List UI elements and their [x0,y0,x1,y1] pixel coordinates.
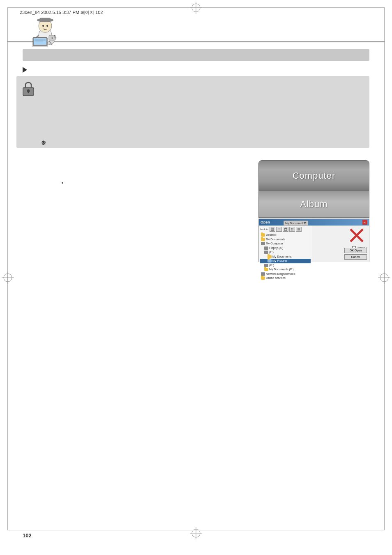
svg-text:1: 1 [51,36,53,40]
crosshair-right-mid [378,272,390,284]
note-box [16,76,369,148]
folder-item-desktop[interactable]: Desktop [260,233,311,237]
svg-point-22 [46,25,48,27]
dialog-close-button[interactable]: × [362,220,367,225]
album-label-text: Album [300,199,327,210]
drive-icon-floppy [264,246,268,250]
ui-screenshot-area: Computer Album Open × Look in: My Docume… [258,160,369,262]
note-asterisk: ※ [41,140,46,146]
computer-label-box: Computer [258,160,369,191]
folder-icon-mydocs-f [264,268,268,271]
ok-button[interactable]: OK Open [344,248,367,253]
svg-rect-42 [293,228,294,229]
folder-item-network[interactable]: Network Neighborhood [260,272,311,276]
dialog-title-bar: Open × [259,219,369,226]
page-number: 102 [23,532,32,539]
folder-icon-mydocs2 [267,255,272,258]
page-border-right [384,7,385,530]
dialog-screenshot: Open × Look in: My Documents (F:) [258,219,369,262]
toolbar-btn-3[interactable] [283,227,288,232]
cancel-button[interactable]: Cancel [344,254,367,260]
svg-rect-41 [291,228,292,229]
svg-text:3: 3 [54,35,55,38]
toolbar-btn-2[interactable] [276,227,282,232]
triangle-bullet [23,67,27,73]
dialog-toolbar: Look in: My Documents (F:) [260,227,311,232]
dialog-right-panel: Preview OK Open Cancel [312,226,369,262]
lookup-dropdown-icon[interactable] [303,222,307,225]
toolbar-btn-1[interactable] [270,227,275,232]
note-dot [62,182,63,184]
x-mark-icon [348,227,365,244]
folder-item-mycomputer[interactable]: My Computer [260,242,311,246]
page-border-left [7,7,8,530]
drive-icon-network [261,272,265,276]
folder-item-mypictures[interactable]: My Pictures [260,259,311,263]
folder-item-mydocs[interactable]: My Documents [260,237,311,242]
character-illustration: 1 3 [23,12,72,48]
folder-item-fdrive[interactable]: (F:) [260,250,311,255]
dialog-folder-list: Desktop My Documents My Computer Floppy … [260,233,311,281]
toolbar-btn-5[interactable] [296,227,302,232]
dialog-title-text: Open [261,220,270,224]
svg-point-21 [42,25,44,27]
folder-icon-online [261,276,265,280]
dialog-body: Look in: My Documents (F:) [259,226,369,262]
folder-icon-mydocs [261,238,265,241]
folder-icon-desktop [261,233,265,237]
folder-item-online[interactable]: Online services [260,276,311,281]
svg-marker-35 [304,222,306,224]
album-label-box: Album [258,191,369,218]
svg-rect-43 [291,230,292,231]
computer-label-text: Computer [293,170,336,181]
crosshair-left-mid [2,272,14,284]
drive-icon-f [264,251,268,254]
lookup-path[interactable]: My Documents (F:) [284,221,308,226]
note-icon [20,80,37,97]
folder-item-mydocs-f[interactable]: My Documents (F:) [260,267,311,272]
svg-rect-20 [40,18,51,21]
lookup-path-text: My Documents (F:) [285,222,303,225]
folder-icon-mypictures [267,259,272,263]
crosshair-bottom-center [190,527,202,539]
toolbar-btn-4[interactable] [289,227,295,232]
svg-rect-28 [32,46,48,46]
drive-icon-g [264,264,268,267]
gray-header-bar [23,49,369,61]
svg-rect-34 [28,91,29,93]
folder-item-gdrive[interactable]: (G:) [260,263,311,268]
folder-item-floppy[interactable]: Floppy (A:) [260,246,311,251]
dialog-left-panel: Look in: My Documents (F:) [259,226,312,262]
svg-rect-44 [293,230,294,231]
svg-rect-24 [34,38,46,45]
character-svg: 1 3 [23,12,68,46]
look-in-label: Look in: [260,228,269,230]
dialog-button-row: OK Open Cancel [344,248,367,260]
drive-icon-mycomputer [261,242,265,245]
